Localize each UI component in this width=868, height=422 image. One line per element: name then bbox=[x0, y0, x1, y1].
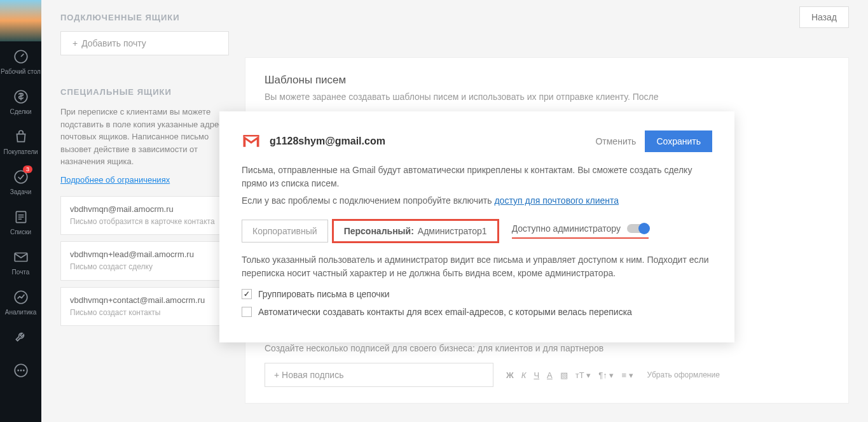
gmail-icon bbox=[242, 134, 261, 149]
signatures-desc: Создайте несколько подписей для своего б… bbox=[265, 342, 829, 355]
mailbox-note: Письмо отобразится в карточке контакта bbox=[70, 217, 219, 227]
svg-point-9 bbox=[23, 370, 24, 370]
special-title: СПЕЦИАЛЬНЫЕ ЯЩИКИ bbox=[60, 87, 229, 97]
analytics-icon bbox=[12, 288, 30, 306]
badge-count: 3 bbox=[23, 165, 32, 173]
sidebar: Рабочий стол Сделки Покупатели 3 Задачи … bbox=[0, 0, 41, 422]
sidebar-item-label: Задачи bbox=[10, 188, 32, 195]
line-height-button[interactable]: ¶↑ ▾ bbox=[598, 370, 614, 380]
format-toolbar: Ж К Ч А ▧ тТ ▾ ¶↑ ▾ ≡ ▾ Убрать оформлени… bbox=[506, 370, 720, 380]
modal-hint: Если у вас проблемы с подключением попро… bbox=[242, 194, 712, 207]
dollar-icon bbox=[12, 88, 30, 106]
connected-title: ПОДКЛЮЧЕННЫЕ ЯЩИКИ bbox=[60, 13, 229, 22]
mailbox-addr: vbdhvmqn@mail.amocrm.ru bbox=[70, 204, 219, 214]
imap-access-link[interactable]: доступ для почтового клиента bbox=[494, 195, 619, 206]
font-size-button[interactable]: тТ ▾ bbox=[575, 370, 591, 380]
type-description: Только указанный пользователь и админист… bbox=[242, 253, 712, 280]
underline-button[interactable]: Ч bbox=[534, 370, 539, 380]
personal-label: Персональный: bbox=[344, 226, 414, 236]
add-signature-button[interactable]: + Новая подпись bbox=[265, 363, 493, 387]
align-button[interactable]: ≡ ▾ bbox=[621, 370, 633, 380]
special-mailbox[interactable]: vbdhvmqn+contact@mail.amocrm.ru Письмо с… bbox=[60, 287, 229, 327]
wrench-icon bbox=[12, 328, 30, 346]
sidebar-item-settings[interactable] bbox=[0, 322, 41, 355]
type-personal-button[interactable]: Персональный: Администратор1 bbox=[332, 219, 499, 243]
group-threads-label: Группировать письма в цепочки bbox=[258, 289, 390, 299]
auto-contacts-label: Автоматически создавать контакты для все… bbox=[258, 307, 632, 317]
templates-title: Шаблоны писем bbox=[265, 74, 829, 87]
chat-icon bbox=[12, 362, 30, 379]
templates-desc: Вы можете заранее создавать шаблоны писе… bbox=[265, 90, 829, 104]
auto-contacts-checkbox[interactable] bbox=[242, 307, 252, 317]
sidebar-item-label: Покупатели bbox=[3, 148, 38, 155]
sidebar-item-analytics[interactable]: Аналитика bbox=[0, 282, 41, 322]
plus-icon: + bbox=[72, 38, 78, 48]
image-button[interactable]: ▧ bbox=[560, 370, 568, 380]
sidebar-item-label: Почта bbox=[12, 269, 30, 276]
special-mailbox[interactable]: vbdhvmqn+lead@mail.amocrm.ru Письмо созд… bbox=[60, 241, 229, 281]
clear-format-button[interactable]: Убрать оформление bbox=[647, 370, 720, 379]
cancel-button[interactable]: Отменить bbox=[595, 136, 636, 146]
more-link[interactable]: Подробнее об ограничениях bbox=[60, 175, 170, 185]
modal-intro: Письма, отправленные на Gmail будут авто… bbox=[242, 164, 712, 190]
sidebar-item-desktop[interactable]: Рабочий стол bbox=[0, 41, 41, 81]
type-corporate-button[interactable]: Корпоративный bbox=[242, 220, 328, 243]
mailbox-addr: vbdhvmqn+contact@mail.amocrm.ru bbox=[70, 295, 219, 305]
sidebar-item-buyers[interactable]: Покупатели bbox=[0, 122, 41, 162]
mailbox-note: Письмо создаст сделку bbox=[70, 262, 219, 272]
admin-toggle[interactable] bbox=[627, 224, 649, 233]
save-button[interactable]: Сохранить bbox=[645, 130, 712, 152]
sidebar-item-deals[interactable]: Сделки bbox=[0, 81, 41, 122]
sidebar-item-mail[interactable]: Почта bbox=[0, 242, 41, 282]
back-button[interactable]: Назад bbox=[799, 6, 849, 28]
italic-button[interactable]: К bbox=[521, 370, 527, 380]
sidebar-item-label: Аналитика bbox=[5, 309, 37, 316]
avatar[interactable] bbox=[0, 0, 41, 41]
sidebar-item-lists[interactable]: Списки bbox=[0, 202, 41, 242]
mailbox-note: Письмо создаст контакты bbox=[70, 308, 219, 318]
gauge-icon bbox=[12, 48, 30, 66]
list-icon bbox=[12, 208, 30, 226]
group-threads-checkbox[interactable] bbox=[242, 289, 252, 299]
sidebar-item-chat[interactable] bbox=[0, 355, 41, 388]
mail-icon bbox=[12, 248, 30, 266]
mail-settings-modal: g1128shym@gmail.com Отменить Сохранить П… bbox=[219, 111, 734, 342]
admin-avail-label: Доступно администратору bbox=[512, 223, 621, 234]
sidebar-item-label: Списки bbox=[10, 229, 31, 236]
special-desc: При переписке с клиентами вы можете подс… bbox=[60, 106, 229, 168]
sidebar-item-tasks[interactable]: 3 Задачи bbox=[0, 162, 41, 202]
bold-button[interactable]: Ж bbox=[506, 370, 514, 380]
personal-value: Администратор1 bbox=[418, 226, 487, 236]
special-mailbox[interactable]: vbdhvmqn@mail.amocrm.ru Письмо отобразит… bbox=[60, 196, 229, 236]
font-color-button[interactable]: А bbox=[547, 370, 553, 380]
sidebar-item-label: Сделки bbox=[10, 108, 31, 115]
bag-icon bbox=[12, 128, 30, 146]
svg-rect-4 bbox=[15, 253, 27, 262]
left-panel: ПОДКЛЮЧЕННЫЕ ЯЩИКИ +Добавить почту СПЕЦИ… bbox=[41, 0, 238, 422]
svg-point-8 bbox=[20, 370, 21, 370]
add-mail-button[interactable]: +Добавить почту bbox=[60, 31, 229, 55]
svg-point-7 bbox=[18, 370, 18, 370]
modal-email: g1128shym@gmail.com bbox=[270, 136, 385, 147]
sidebar-item-label: Рабочий стол bbox=[1, 68, 41, 75]
mailbox-addr: vbdhvmqn+lead@mail.amocrm.ru bbox=[70, 250, 219, 259]
